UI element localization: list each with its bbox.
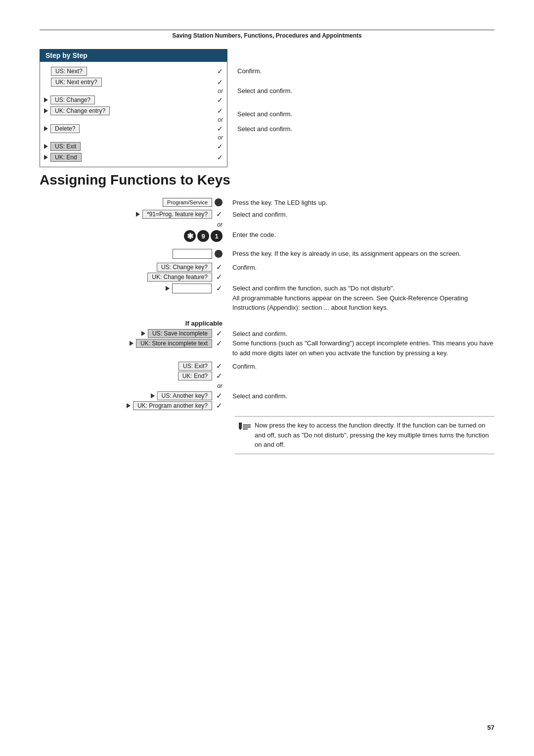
change-key-left: US: Change key? ✓ UK: Change feature? ✓ — [40, 263, 227, 282]
another-key-boxes: US: Another key? ✓ UK: Program another k… — [127, 391, 222, 410]
note-icon-container — [235, 421, 255, 450]
arrow-us-exit — [44, 144, 48, 149]
or-text-3: or — [40, 134, 227, 141]
arrow-uk-change — [44, 108, 48, 113]
step-row-delete: Delete? ✓ — [40, 123, 227, 134]
left-panel: Step by Step US: Next? ✓ UK: Next entry?… — [40, 49, 227, 167]
circle-1: 1 — [211, 230, 222, 242]
blank-key2-box — [172, 284, 212, 293]
note-icon — [238, 422, 252, 432]
another-key-left: US: Another key? ✓ UK: Program another k… — [40, 391, 227, 410]
another-key-row1: US: Another key? ✓ — [151, 391, 222, 400]
us-change-label: US: Change? — [50, 95, 95, 104]
instr-star91: *91=Prog. feature key? ✓ Select and conf… — [40, 210, 494, 220]
arrow-uk-store — [130, 341, 134, 346]
led-circle — [215, 198, 222, 206]
instr-circles: ✱ 9 1 Enter the code. — [40, 230, 494, 242]
step-box: US: Next? ✓ UK: Next entry? ✓ or US: Cha… — [40, 62, 227, 167]
blank-key-left — [40, 249, 227, 259]
circles-left: ✱ 9 1 — [40, 230, 227, 242]
us-exit2-label: US: Exit? — [178, 362, 212, 371]
uk-end-label: UK: End — [50, 153, 82, 162]
right-panel-step: Confirm. Select and confirm. Select and … — [227, 49, 494, 167]
or-text-1: or — [40, 88, 227, 94]
us-save-label: US: Save incomplete — [148, 329, 212, 338]
or-text-2: or — [40, 116, 227, 123]
or-row-exit2: or — [40, 382, 494, 389]
select-confirm-desc2: Select and confirm. — [237, 109, 494, 119]
arrow-save-incomplete — [141, 331, 145, 336]
exit2-row1: US: Exit? ✓ — [178, 362, 222, 371]
blank-key2-right: Select and confirm the function, such as… — [227, 284, 494, 313]
us-another-label: US: Another key? — [157, 391, 212, 400]
step-row-us-change: US: Change? ✓ — [40, 94, 227, 105]
us-change-key-check: ✓ — [216, 263, 222, 272]
us-save-check: ✓ — [216, 329, 222, 338]
uk-next-check: ✓ — [213, 78, 223, 86]
uk-end2-check: ✓ — [216, 372, 222, 380]
uk-next-label: UK: Next entry? — [51, 78, 102, 87]
delete-check: ✓ — [213, 125, 223, 133]
blank-key-box — [173, 249, 212, 259]
main-heading: Assigning Functions to Keys — [40, 172, 494, 188]
arrow-another-key — [151, 393, 155, 398]
note-box: Now press the key to access the function… — [235, 416, 494, 454]
blank-key2-left: ✓ — [40, 284, 227, 293]
change-key-right: Confirm. — [227, 263, 494, 273]
instr-exit2: US: Exit? ✓ UK: End? ✓ Confirm. — [40, 362, 494, 380]
uk-change-check: ✓ — [213, 107, 223, 115]
select-confirm-desc3: Select and confirm. — [237, 124, 494, 134]
step-desc-container: Confirm. Select and confirm. Select and … — [237, 66, 494, 134]
us-next-check: ✓ — [213, 67, 223, 75]
page: Saving Station Numbers, Functions, Proce… — [0, 0, 534, 756]
instr-blank-key2: ✓ Select and confirm the function, such … — [40, 284, 494, 313]
or-row-star91: or — [40, 221, 494, 228]
uk-change-feat-check: ✓ — [216, 273, 222, 282]
uk-change-label: UK: Change entry? — [50, 106, 110, 115]
arrow-star91 — [136, 212, 140, 217]
svg-rect-2 — [243, 425, 251, 425]
blank-key-right: Press the key. If the key is already in … — [227, 249, 494, 259]
arrow-blank-key2 — [166, 286, 170, 291]
uk-store-check: ✓ — [216, 339, 222, 348]
instr-change-key: US: Change key? ✓ UK: Change feature? ✓ … — [40, 263, 494, 282]
us-exit-label: US: Exit — [50, 142, 81, 151]
prog-service-left: Program/Service — [40, 198, 227, 207]
or-left-star91: or — [40, 221, 227, 228]
change-key-row2: UK: Change feature? ✓ — [147, 273, 222, 282]
prog-service-right: Press the key. The LED lights up. — [227, 198, 494, 208]
save-incomplete-boxes: US: Save incomplete ✓ UK: Store incomple… — [130, 329, 222, 348]
header-title: Saving Station Numbers, Functions, Proce… — [40, 32, 494, 39]
instr-blank-key: Press the key. If the key is already in … — [40, 249, 494, 259]
code-circles: ✱ 9 1 — [184, 230, 222, 242]
circle-9: 9 — [197, 230, 209, 242]
or-label2: or — [217, 382, 222, 389]
or-left-exit2: or — [40, 382, 227, 389]
step-by-step-header: Step by Step — [40, 49, 227, 62]
instr-another-key: US: Another key? ✓ UK: Program another k… — [40, 391, 494, 410]
save-incomplete-row2: UK: Store incomplete text ✓ — [130, 339, 222, 348]
us-next-label: US: Next? — [51, 67, 87, 76]
header-rule — [40, 30, 494, 30]
exit2-right: Confirm. — [227, 362, 494, 372]
another-key-right: Select and confirm. — [227, 391, 494, 401]
us-change-check: ✓ — [213, 96, 223, 104]
instr-save-incomplete: US: Save incomplete ✓ UK: Store incomple… — [40, 329, 494, 358]
circle-star: ✱ — [184, 230, 196, 242]
step-row-us-exit: US: Exit ✓ — [40, 141, 227, 152]
step-row-uk-change: UK: Change entry? ✓ — [40, 105, 227, 116]
step-row-us-next: US: Next? ✓ — [40, 66, 227, 77]
confirm-desc: Confirm. — [237, 66, 494, 76]
star91-left: *91=Prog. feature key? ✓ — [40, 210, 227, 219]
save-incomplete-right: Select and confirm. Some functions (such… — [227, 329, 494, 358]
instr-prog-service: Program/Service Press the key. The LED l… — [40, 198, 494, 208]
uk-change-feat-label: UK: Change feature? — [147, 273, 212, 282]
star91-label: *91=Prog. feature key? — [142, 210, 212, 219]
select-confirm-desc1: Select and confirm. — [237, 86, 494, 96]
arrow-uk-end — [44, 155, 48, 160]
exit2-left: US: Exit? ✓ UK: End? ✓ — [40, 362, 227, 380]
uk-program-check: ✓ — [216, 401, 222, 410]
exit2-boxes: US: Exit? ✓ UK: End? ✓ — [178, 362, 222, 380]
arrow-us-change — [44, 97, 48, 102]
step-row-uk-end: UK: End ✓ — [40, 152, 227, 163]
